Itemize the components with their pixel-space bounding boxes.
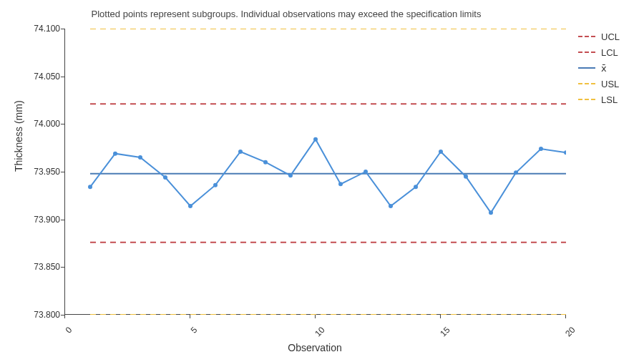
x-tick-label: 0: [64, 325, 74, 336]
legend-item: x̄: [578, 60, 634, 76]
legend-swatch: [578, 83, 595, 84]
y-tick-label: 73.900: [24, 215, 60, 225]
data-point: [489, 210, 493, 215]
data-point: [414, 185, 418, 189]
legend-item: UCL: [578, 29, 634, 44]
data-point: [439, 150, 443, 154]
data-point: [564, 150, 566, 155]
legend: UCLLCLx̄USLLSL: [578, 29, 634, 107]
data-series-line: [90, 140, 566, 213]
data-point: [288, 173, 293, 177]
x-tick-label: 5: [189, 325, 200, 336]
legend-swatch: [578, 99, 595, 100]
y-tick-label: 73.850: [24, 262, 60, 272]
chart-container: Plotted points represent subgroups. Indi…: [0, 0, 644, 362]
data-point: [238, 150, 243, 154]
legend-item: USL: [578, 76, 634, 92]
plot-inner: [64, 29, 565, 315]
chart-subtitle: Plotted points represent subgroups. Indi…: [0, 9, 572, 19]
legend-label: x̄: [601, 63, 607, 74]
legend-item: LSL: [578, 92, 634, 107]
legend-label: USL: [601, 79, 619, 89]
data-point: [138, 155, 142, 160]
legend-label: LCL: [601, 47, 618, 58]
data-point: [188, 204, 192, 208]
plot-area: 73.80073.85073.90073.95074.00074.05074.1…: [64, 29, 565, 315]
data-point: [113, 152, 117, 156]
legend-swatch: [578, 67, 595, 69]
data-point: [263, 160, 268, 165]
x-axis-label: Observation: [64, 342, 565, 353]
y-tick-label: 74.100: [24, 24, 60, 34]
data-point: [464, 175, 468, 179]
data-point: [389, 204, 393, 208]
y-axis-label: Thickness (mm): [13, 100, 24, 172]
x-tick-label: 10: [313, 325, 326, 338]
data-point: [163, 175, 167, 180]
data-point: [313, 137, 318, 142]
data-point: [338, 182, 343, 186]
legend-label: LSL: [601, 94, 618, 105]
x-tick-label: 15: [438, 325, 452, 338]
y-tick-label: 73.950: [24, 167, 60, 177]
data-point: [364, 170, 368, 174]
legend-item: LCL: [578, 44, 634, 60]
data-point: [539, 147, 543, 151]
legend-swatch: [578, 36, 595, 37]
legend-label: UCL: [601, 31, 620, 42]
legend-swatch: [578, 52, 595, 53]
y-tick-label: 74.050: [24, 72, 60, 82]
data-point: [88, 185, 92, 189]
y-tick-label: 74.000: [24, 119, 60, 129]
plot-svg: [65, 29, 566, 315]
x-tick-label: 20: [563, 325, 577, 338]
y-tick-label: 73.800: [24, 310, 60, 320]
data-point: [213, 183, 218, 187]
data-point: [514, 170, 518, 175]
